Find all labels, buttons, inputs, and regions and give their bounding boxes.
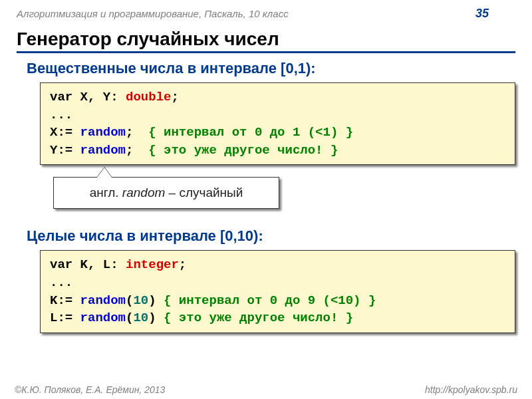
code-text: ( <box>126 311 133 325</box>
code-text: ; <box>171 90 178 104</box>
code-func: random <box>80 293 126 308</box>
code-block-1: var X, Y: double; ... X:= random; { инте… <box>40 82 515 165</box>
note-prefix: англ. <box>90 186 122 200</box>
section2-heading: Целые числа в интервале [0,10): <box>27 227 515 245</box>
note-box: англ. random – случайный <box>53 177 279 209</box>
code-text: var K, L: <box>50 257 126 272</box>
code-text: ; <box>126 125 148 140</box>
code-text: ... <box>50 108 72 122</box>
code-text: Y:= <box>50 143 80 158</box>
code-text: L:= <box>50 311 80 325</box>
callout-pointer-icon <box>96 168 112 178</box>
code-text: var X, Y: <box>50 90 126 104</box>
code-comment: { это уже другое число! } <box>148 143 338 158</box>
header-bar: Алгоритмизация и программирование, Паска… <box>0 0 532 23</box>
code-text: ; <box>179 257 186 272</box>
code-comment: { это уже другое число! } <box>164 311 353 325</box>
code-comment: { интервал от 0 до 9 (<10) } <box>164 293 376 308</box>
code-text: X:= <box>50 125 80 140</box>
code-text: K:= <box>50 293 80 308</box>
code-number: 10 <box>133 311 148 325</box>
code-block-2: var K, L: integer; ... K:= random(10) { … <box>40 250 515 332</box>
code-type: integer <box>126 257 179 272</box>
code-func: random <box>80 143 126 158</box>
code-text: ) <box>148 311 164 325</box>
code-text: ... <box>50 275 72 290</box>
code-type: double <box>126 90 171 104</box>
code-func: random <box>80 311 126 325</box>
page-title: Генератор случайных чисел <box>17 29 515 53</box>
code-func: random <box>80 125 126 140</box>
footer: ©К.Ю. Поляков, Е.А. Ерёмин, 2013 http://… <box>0 384 532 395</box>
code-text: ( <box>126 293 133 308</box>
note-word: random <box>122 186 165 200</box>
section1-heading: Вещественные числа в интервале [0,1): <box>27 60 515 77</box>
code-text: ) <box>148 293 164 308</box>
note-suffix: – случайный <box>165 186 243 200</box>
code-number: 10 <box>133 293 148 308</box>
footer-authors: ©К.Ю. Поляков, Е.А. Ерёмин, 2013 <box>15 384 165 395</box>
code-text: ; <box>126 143 148 158</box>
note-callout: англ. random – случайный <box>53 177 279 209</box>
course-label: Алгоритмизация и программирование, Паска… <box>17 8 289 19</box>
footer-url: http://kpolyakov.spb.ru <box>425 384 517 395</box>
page-number: 35 <box>475 7 515 21</box>
code-comment: { интервал от 0 до 1 (<1) } <box>148 125 353 140</box>
